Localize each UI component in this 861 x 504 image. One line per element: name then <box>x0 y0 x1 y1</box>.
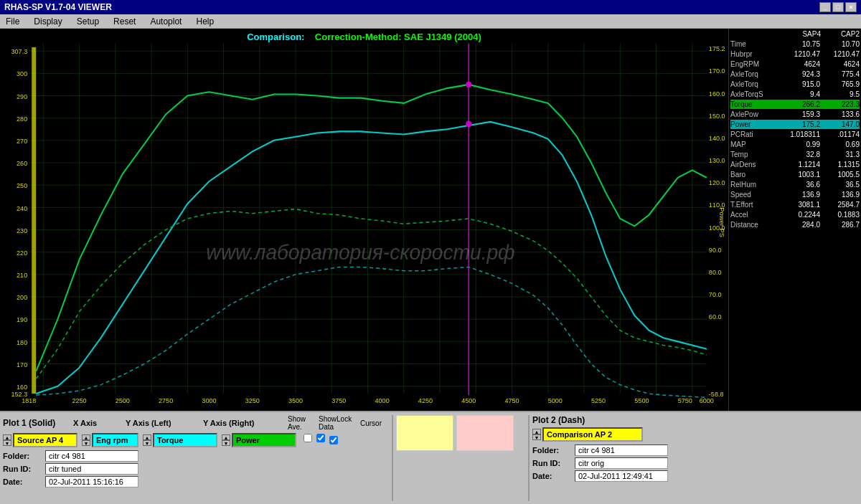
menu-display[interactable]: Display <box>31 16 65 27</box>
svg-text:www.лаборатория-скорости.рф: www.лаборатория-скорости.рф <box>206 241 514 265</box>
y-right-spinner[interactable]: ▲▼ <box>222 434 230 446</box>
bottom-middle-section <box>396 415 525 458</box>
data-panel: SAP4 CAP2 Time10.7510.70Hubrpr1210.47121… <box>728 29 861 411</box>
data-row-4: AxleTorq915.0765.9 <box>730 80 860 89</box>
y-left-spinner[interactable]: ▲▼ <box>143 434 151 446</box>
svg-text:160: 160 <box>17 384 27 391</box>
svg-text:4500: 4500 <box>461 396 476 404</box>
menu-file[interactable]: File <box>3 16 22 27</box>
svg-text:80.0: 80.0 <box>709 269 722 276</box>
data-row-12: AirDens1.12141.1315 <box>730 160 860 169</box>
app-title: RHAS-SP V1.7-04 VIEWER <box>4 2 112 12</box>
menu-autoplot[interactable]: Autoplot <box>147 16 184 27</box>
data-row-7: AxlePow159.3133.6 <box>730 110 860 119</box>
data-row-17: Accel0.22440.1883 <box>730 210 860 219</box>
source-spinner[interactable]: ▲▼ <box>3 434 11 446</box>
bottom-panel: Plot 1 (Solid) X Axis Y Axis (Left) Y Ax… <box>0 411 861 504</box>
menu-help[interactable]: Help <box>193 16 217 27</box>
svg-text:300: 300 <box>17 70 27 77</box>
svg-text:180: 180 <box>17 338 27 346</box>
data-row-9: PCRati1.018311.01174 <box>730 130 860 139</box>
folder2-field[interactable]: citr c4 981 <box>575 444 668 456</box>
chart-area[interactable]: Comparison: Correction-Method: SAE J1349… <box>0 29 728 411</box>
date2-label: Date: <box>532 472 572 480</box>
data-panel-header: SAP4 CAP2 <box>730 30 860 38</box>
data-checkbox[interactable] <box>316 434 325 442</box>
run2-label: Run ID: <box>532 459 572 467</box>
folder1-label: Folder: <box>3 452 42 460</box>
data-row-3: AxleTorq924.3775.4 <box>730 70 860 79</box>
maximize-button[interactable]: □ <box>832 2 844 12</box>
color-swatch-2[interactable] <box>456 415 514 451</box>
svg-text:2250: 2250 <box>72 396 86 404</box>
y-right-label: Y Axis (Right) <box>203 419 282 427</box>
date1-label: Date: <box>3 477 42 486</box>
source-combo[interactable]: Source AP 4 <box>13 433 77 447</box>
comparison-spinner[interactable]: ▲▼ <box>532 429 541 440</box>
svg-text:5500: 5500 <box>634 396 649 404</box>
data-row-6: Torque266.2223.3 <box>730 100 860 109</box>
chart-svg: 307.3 300 290 280 270 260 250 240 230 22… <box>0 29 728 411</box>
svg-text:240: 240 <box>17 204 27 211</box>
svg-text:270: 270 <box>17 138 27 145</box>
svg-text:4000: 4000 <box>375 396 390 404</box>
comparison-combo[interactable]: Comparison AP 2 <box>542 427 643 442</box>
svg-rect-85 <box>32 47 36 394</box>
divider-2 <box>528 415 530 501</box>
svg-text:140.0: 140.0 <box>709 135 725 142</box>
ave-checkbox[interactable] <box>304 434 312 442</box>
bottom-left-section: Plot 1 (Solid) X Axis Y Axis (Left) Y Ax… <box>3 415 389 488</box>
close-button[interactable]: × <box>845 2 857 12</box>
svg-text:60.0: 60.0 <box>709 313 722 320</box>
run1-label: Run ID: <box>3 465 42 473</box>
svg-text:4750: 4750 <box>504 396 519 404</box>
x-axis-combo[interactable]: Eng rpm <box>92 433 138 447</box>
minimize-button[interactable]: _ <box>819 2 831 12</box>
show-data-check[interactable] <box>316 434 325 442</box>
data-rows-container: Time10.7510.70Hubrpr1210.471210.47EngRPM… <box>730 39 860 229</box>
data-row-10: MAP0.990.69 <box>730 140 860 149</box>
svg-text:280: 280 <box>17 115 27 123</box>
show-ave-check[interactable] <box>304 434 312 442</box>
run2-field[interactable]: citr orig <box>575 457 668 469</box>
svg-text:170: 170 <box>17 361 27 369</box>
data-row-11: Temp32.831.3 <box>730 150 860 159</box>
date2-field[interactable]: 02-Jul-2011 12:49:41 <box>575 470 668 482</box>
svg-text:175.2: 175.2 <box>709 45 725 52</box>
data-row-2: EngRPM46244624 <box>730 60 860 69</box>
y-right-combo[interactable]: Power <box>232 433 296 447</box>
y-left-combo[interactable]: Torque <box>153 433 217 447</box>
svg-text:3250: 3250 <box>245 396 260 404</box>
svg-text:5000: 5000 <box>548 396 563 404</box>
show-cursor-check[interactable] <box>329 436 338 444</box>
svg-text:Power PS: Power PS <box>718 207 725 237</box>
svg-text:5250: 5250 <box>591 396 606 404</box>
svg-text:190: 190 <box>17 316 27 323</box>
chart-title: Comparison: Correction-Method: SAE J1349… <box>0 32 728 42</box>
cursor-checkbox[interactable] <box>329 436 338 444</box>
svg-text:5750: 5750 <box>678 396 692 404</box>
svg-text:3750: 3750 <box>331 396 346 404</box>
menu-setup[interactable]: Setup <box>74 16 102 27</box>
x-axis-spinner[interactable]: ▲▼ <box>82 434 90 446</box>
folder2-label: Folder: <box>532 446 572 455</box>
data-row-16: T.Effort3081.12584.7 <box>730 200 860 209</box>
date1-field[interactable]: 02-Jul-2011 15:16:16 <box>45 476 138 488</box>
data-row-13: Baro1003.11005.5 <box>730 170 860 179</box>
run1-field[interactable]: citr tuned <box>45 463 138 475</box>
bottom-right-section: Plot 2 (Dash) ▲▼ Comparison AP 2 Folder:… <box>532 415 858 482</box>
menu-reset[interactable]: Reset <box>110 16 138 27</box>
titlebar: RHAS-SP V1.7-04 VIEWER _ □ × <box>0 0 861 14</box>
svg-text:1818: 1818 <box>22 396 36 404</box>
svg-text:210: 210 <box>17 272 27 279</box>
data-row-18: Distance284.0286.7 <box>730 220 860 229</box>
svg-text:70.0: 70.0 <box>709 291 722 298</box>
data-row-8: Power175.2147.0 <box>730 120 860 129</box>
svg-text:230: 230 <box>17 227 27 234</box>
y-left-label: Y Axis (Left) <box>126 419 197 427</box>
color-swatch-1[interactable] <box>396 415 453 451</box>
folder1-field[interactable]: citr c4 981 <box>45 450 138 462</box>
svg-text:150.0: 150.0 <box>709 113 725 120</box>
svg-text:90.0: 90.0 <box>709 247 722 254</box>
svg-text:2500: 2500 <box>116 396 130 404</box>
